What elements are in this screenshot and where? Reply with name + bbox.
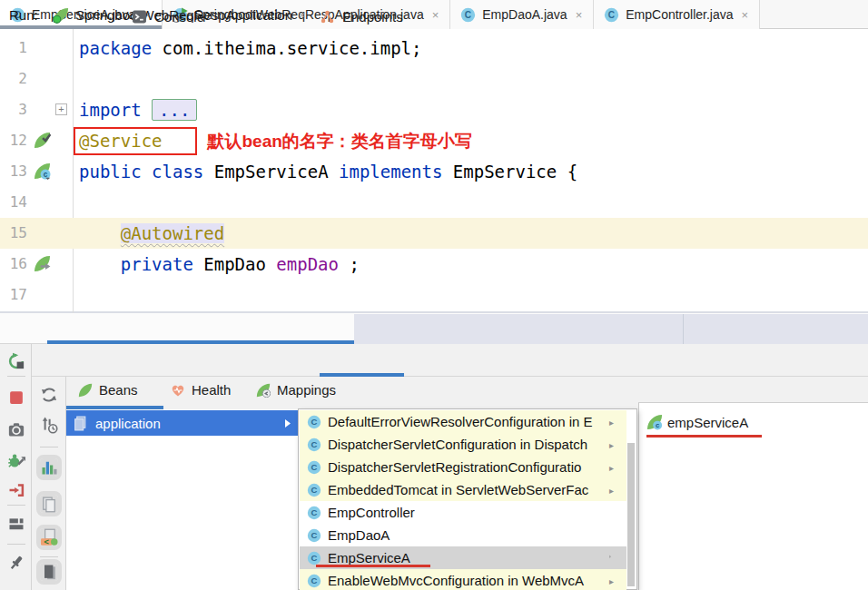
spring-bean-autowired-icon[interactable] [34, 255, 51, 272]
popup-item-label: DispatcherServletConfiguration in Dispat… [328, 437, 587, 452]
tree-item-application[interactable]: application [66, 410, 300, 436]
code-token [79, 254, 121, 274]
bar-chart-icon[interactable] [40, 458, 58, 477]
spring-bean-check-icon[interactable] [34, 132, 51, 149]
live-beans-icon[interactable]: < [40, 528, 58, 546]
bean-detail-item[interactable]: c empServiceA [646, 414, 748, 430]
popup-item-label: DefaultErrorViewResolverConfiguration in… [328, 414, 593, 429]
code-line-17[interactable]: 17 [0, 280, 868, 310]
tab-mappings[interactable]: Mappings [256, 377, 336, 403]
code-token: class [152, 162, 203, 182]
popup-item-label: EmbeddedTomcat in ServletWebServerFac [328, 482, 588, 497]
line-number: 16 [0, 249, 27, 280]
exit-icon[interactable] [7, 481, 25, 499]
svg-text:C: C [311, 485, 318, 495]
fold-marker-icon[interactable]: + [55, 103, 67, 115]
svg-text:c: c [656, 421, 660, 429]
code-text: import ... [79, 94, 197, 125]
tree-item-label: application [95, 416, 161, 431]
beans-submenu-popup: CDefaultErrorViewResolverConfiguration i… [298, 408, 637, 590]
layout-icon[interactable] [7, 515, 25, 533]
spring-bean-c-icon: c [646, 414, 663, 430]
code-line-13[interactable]: 13cpublic class EmpServiceA implements E… [0, 156, 868, 187]
code-token [142, 162, 152, 182]
endpoint-tab-label: Health [192, 382, 231, 398]
code-line-1[interactable]: 1package com.itheima.service.impl; [0, 33, 868, 64]
tab-health[interactable]: Health [171, 377, 231, 403]
code-token: private [121, 254, 193, 274]
class-icon: C [307, 415, 321, 429]
toolbar-separator [40, 556, 58, 557]
bean-detail-panel: c empServiceA [638, 403, 868, 590]
truncation-arrow-icon: ▸ [609, 485, 614, 495]
tool-window-tab-bar [0, 344, 868, 377]
code-token: import [79, 100, 142, 120]
code-token: ; [339, 254, 360, 274]
close-icon[interactable]: × [299, 8, 306, 22]
code-line-2[interactable]: 2 [0, 64, 868, 94]
stop-icon[interactable] [7, 388, 25, 407]
code-text: public class EmpServiceA implements EmpS… [79, 156, 577, 187]
stacked-documents-icon[interactable] [40, 495, 58, 513]
class-icon: C [307, 574, 321, 588]
pin-icon[interactable] [7, 554, 25, 572]
rerun-icon[interactable] [7, 352, 25, 370]
svg-text:c: c [44, 170, 48, 179]
code-text: package com.itheima.service.impl; [79, 33, 422, 64]
class-icon: C [307, 438, 321, 452]
tab-endpoints[interactable]: Endpoints [320, 0, 403, 33]
close-icon[interactable]: × [742, 8, 749, 22]
refresh-icon[interactable] [40, 386, 58, 404]
spring-bean-class-icon[interactable]: c [34, 162, 51, 180]
code-line-14[interactable]: 14 [0, 187, 868, 218]
truncation-arrow-icon: ▸ [609, 462, 614, 472]
popup-item-enablewebmvcconfiguration[interactable]: CEnableWebMvcConfiguration in WebMvcA▸ [300, 569, 626, 590]
camera-icon[interactable] [7, 420, 25, 438]
code-token: EmpDao [193, 254, 277, 274]
code-token [79, 223, 121, 243]
tool-tab-label: Console [154, 9, 204, 25]
code-line-3[interactable]: 3+import ... [0, 94, 868, 125]
code-token: ... [152, 99, 197, 121]
code-editor[interactable]: 1package com.itheima.service.impl;23+imp… [0, 29, 868, 313]
class-icon: C [307, 460, 321, 475]
truncation-arrow-icon: ▸ [609, 417, 614, 427]
code-token: EmpServiceA [203, 162, 339, 182]
console-icon [132, 9, 147, 25]
popup-item-dispatcherservletregistrationconfiguratio[interactable]: CDispatcherServletRegistrationConfigurat… [300, 456, 626, 478]
tab-beans[interactable]: Beans [78, 377, 138, 403]
code-token: EmpService { [442, 162, 577, 182]
popup-item-empdaoa[interactable]: CEmpDaoA [300, 524, 626, 546]
debug-icon[interactable] [7, 452, 25, 470]
popup-item-defaulterrorviewresolverconfiguration[interactable]: CDefaultErrorViewResolverConfiguration i… [300, 410, 626, 433]
sort-time-icon[interactable] [40, 416, 58, 434]
svg-text:C: C [608, 9, 615, 19]
code-line-15[interactable]: 15 @Autowired [0, 218, 868, 249]
tool-tab-label: Endpoints [342, 9, 403, 25]
close-icon[interactable]: × [432, 8, 439, 22]
popup-item-empcontroller[interactable]: CEmpController [300, 501, 626, 524]
svg-text:C: C [311, 417, 318, 427]
editor-tab-empdaoa-java[interactable]: CEmpDaoA.java× [450, 0, 594, 29]
class-icon: C [460, 7, 476, 23]
submenu-arrow-icon [285, 419, 291, 428]
tab-console[interactable]: Console [132, 0, 204, 33]
document-icon[interactable] [40, 563, 58, 581]
close-icon[interactable]: × [576, 8, 583, 22]
popup-item-label: EnableWebMvcConfiguration in WebMvcA [328, 573, 584, 588]
endpoint-tab-label: Mappings [277, 382, 336, 398]
popup-item-dispatcherservletconfiguration[interactable]: CDispatcherServletConfiguration in Dispa… [300, 433, 626, 456]
popup-scrollbar[interactable] [627, 443, 635, 586]
truncation-arrow-icon: ▸ [609, 575, 614, 585]
editor-tab-empcontroller-java[interactable]: CEmpController.java× [594, 0, 760, 29]
toolbar-separator [40, 447, 58, 447]
code-line-12[interactable]: 12@Service默认bean的名字：类名首字母小写 [0, 125, 868, 156]
run-bar-divider [683, 314, 684, 344]
spring-boot-run-icon [53, 7, 69, 24]
health-icon [171, 383, 185, 398]
code-line-16[interactable]: 16 private EmpDao empDao ; [0, 249, 868, 280]
class-icon: C [307, 528, 321, 543]
popup-item-embeddedtomcat[interactable]: CEmbeddedTomcat in ServletWebServerFac▸ [300, 478, 626, 501]
svg-text:C: C [311, 553, 318, 563]
svg-text:C: C [311, 507, 318, 517]
